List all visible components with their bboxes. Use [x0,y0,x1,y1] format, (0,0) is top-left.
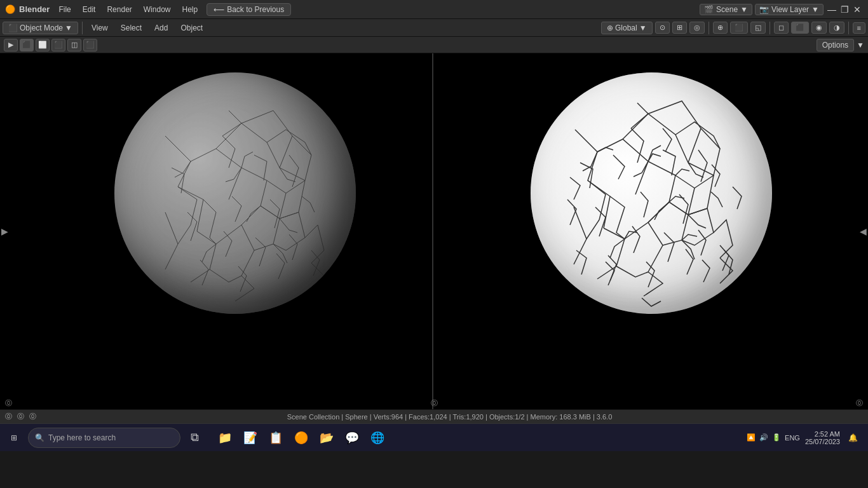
proportional-edit-btn[interactable]: ◎ [689,22,705,34]
windows-taskbar: ⊞ 🔍 Type here to search ⧉ 📁 📝 📋 🟠 📂 💬 🌐 … [0,423,868,451]
keyframe-btn[interactable]: ⬛ [20,39,34,51]
icon-strip-right: Options ▼ [817,39,864,51]
taskbar-app-word[interactable]: 📝 [239,426,262,449]
sidebar-toggle-btn[interactable]: ≡ [853,22,865,34]
keyboard-layout[interactable]: ENG [785,434,800,442]
separator-2 [709,22,709,34]
taskbar-app-3[interactable]: 📋 [264,426,287,449]
mode-chevron: ▼ [65,24,72,32]
mode-selector[interactable]: ⬛ Object Mode ▼ [3,22,78,34]
gizmo-btn[interactable]: ⊕ [713,22,728,34]
menu-view[interactable]: View [86,22,113,34]
separator-1 [82,22,83,34]
separator-3 [770,22,770,34]
xray-btn[interactable]: ◱ [750,22,766,34]
transform-orientation-selector[interactable]: ⊕ Global ▼ [601,22,653,34]
menu-help[interactable]: Help [177,4,203,15]
separator-4 [848,22,849,34]
viewport-splitter[interactable] [432,53,433,409]
solid-btn[interactable]: ⬛ [791,22,809,34]
wireframe-btn[interactable]: ◻ [774,22,789,34]
task-view-icon: ⧉ [191,431,199,444]
back-to-previous-label: Back to Previous [227,5,284,14]
vp-left-icon[interactable]: ⓪ [5,398,12,408]
frame-btn-4[interactable]: ⬛ [83,39,97,51]
play-btn[interactable]: ▶ [4,39,18,51]
tray-battery-icon[interactable]: 🔋 [772,433,781,442]
view-layer-icon: 📷 [759,5,769,14]
viewport[interactable]: ▶ ◀ [0,53,868,409]
pivot-point-btn[interactable]: ⊙ [655,22,670,34]
frame-btn-1[interactable]: ⬜ [36,39,50,51]
menu-edit[interactable]: Edit [78,4,101,15]
vp-center-icon[interactable]: ⓪ [431,398,438,408]
tray-network-icon[interactable]: 🔼 [747,433,756,442]
status-bar: ⓪ ⓪ ⓪ Scene Collection | Sphere | Verts:… [0,409,868,423]
view-layer-label: View Layer [771,5,809,14]
blender-logo: 🟠 [5,4,15,14]
view-layer-selector[interactable]: 📷 View Layer ▼ [755,4,824,15]
taskbar-app-whatsapp[interactable]: 💬 [341,426,363,449]
taskbar-right: 🔼 🔊 🔋 ENG 2:52 AM 25/07/2023 🔔 [747,430,865,445]
notification-button[interactable]: 🔔 [845,430,860,445]
taskbar-search-box[interactable]: 🔍 Type here to search [28,428,180,448]
clock-time: 2:52 AM [805,430,840,438]
back-to-previous-button[interactable]: ⟵ Back to Previous [207,3,291,16]
minimize-button[interactable]: — [826,4,837,15]
menu-window[interactable]: Window [139,4,176,15]
search-icon: 🔍 [35,433,44,442]
start-button[interactable]: ⊞ [3,426,25,449]
scene-dropdown-icon: ▼ [740,5,748,14]
render-preview-btn[interactable]: ◑ [829,22,844,34]
scene-label: Scene [716,5,738,14]
taskbar-app-files[interactable]: 📂 [315,426,338,449]
status-info: Scene Collection | Sphere | Verts:964 | … [287,413,613,421]
maximize-button[interactable]: ❐ [839,4,850,15]
menu-select[interactable]: Select [116,22,147,34]
orientation-icon: ⊕ [607,24,613,32]
tray-volume-icon[interactable]: 🔊 [759,433,768,442]
menu-object[interactable]: Object [175,22,208,34]
back-icon: ⟵ [214,5,224,14]
right-panel-toggle[interactable]: ◀ [860,226,867,236]
close-button[interactable]: ✕ [851,4,863,15]
start-icon: ⊞ [11,433,17,442]
statusbar-icon-3: ⓪ [29,412,36,421]
options-button[interactable]: Options [817,39,854,51]
titlebar-left: 🟠 Blender File Edit Render Window Help ⟵… [0,3,291,16]
statusbar-icon-2: ⓪ [17,412,24,421]
view-layer-dropdown-icon: ▼ [811,5,819,14]
task-view-button[interactable]: ⧉ [183,426,206,449]
titlebar-menus: File Edit Render Window Help [53,4,203,15]
mode-label: Object Mode [20,24,63,32]
search-placeholder: Type here to search [48,433,116,442]
frame-btn-2[interactable]: ⬛ [51,39,65,51]
system-clock[interactable]: 2:52 AM 25/07/2023 [805,430,840,445]
app-name: Blender [19,4,50,14]
menu-add[interactable]: Add [149,22,173,34]
left-panel-toggle[interactable]: ▶ [1,226,8,236]
scene-selector[interactable]: 🎬 Scene ▼ [700,4,752,15]
scene-icon: 🎬 [704,5,714,14]
overlays-btn[interactable]: ⬛ [730,22,748,34]
statusbar-icon-1: ⓪ [5,412,12,421]
clock-date: 25/07/2023 [805,438,840,445]
menu-file[interactable]: File [53,4,76,15]
material-preview-btn[interactable]: ◉ [811,22,827,34]
taskbar-app-explorer[interactable]: 📁 [214,426,236,449]
snap-btn[interactable]: ⊞ [672,22,687,34]
toolbar-row: ⬛ Object Mode ▼ View Select Add Object ⊕… [0,19,868,37]
statusbar-left: ⓪ ⓪ ⓪ [5,412,36,421]
icon-strip: ▶ ⬛ ⬜ ⬛ ◫ ⬛ Options ▼ [0,37,868,53]
taskbar-app-blender[interactable]: 🟠 [290,426,313,449]
options-chevron: ▼ [857,41,864,50]
vp-right-icon[interactable]: ⓪ [856,398,863,408]
orientation-chevron: ▼ [639,24,647,32]
taskbar-app-chrome[interactable]: 🌐 [366,426,389,449]
pinned-apps: 📁 📝 📋 🟠 📂 💬 🌐 [214,426,389,449]
toolbar-right: ⊕ Global ▼ ⊙ ⊞ ◎ ⊕ ⬛ ◱ ◻ ⬛ ◉ ◑ ≡ [601,22,865,34]
menu-render[interactable]: Render [102,4,137,15]
viewport-bottom-strip: ⓪ ⓪ ⓪ [0,396,868,409]
titlebar-right: 🎬 Scene ▼ 📷 View Layer ▼ — ❐ ✕ [700,4,868,15]
frame-btn-3[interactable]: ◫ [67,39,81,51]
